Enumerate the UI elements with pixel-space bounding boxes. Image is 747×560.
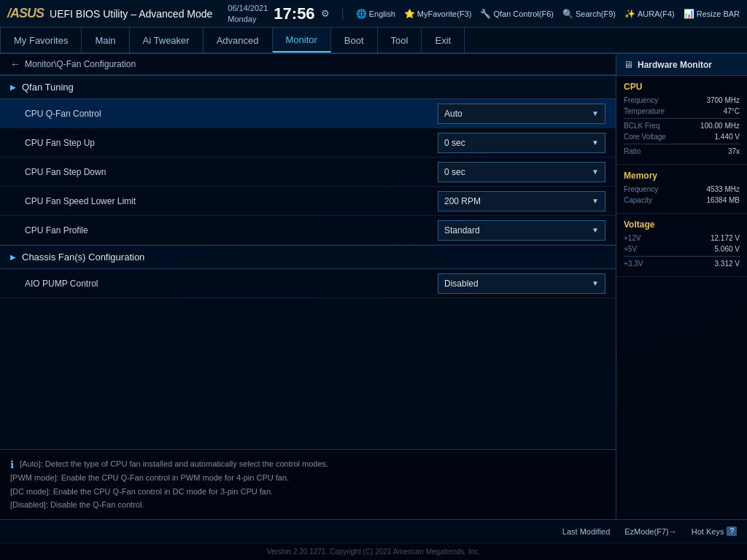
hw-33v-label: +3.3V — [624, 260, 643, 268]
breadcrumb: ← Monitor\Q-Fan Configuration — [0, 54, 616, 75]
cpu-fan-speed-lower-dropdown[interactable]: 200 RPM ▼ — [438, 191, 605, 211]
cpu-fan-step-down-value: 0 sec ▼ — [438, 162, 605, 182]
hw-voltage-title: Voltage — [624, 219, 740, 230]
hw-12v-label: +12V — [624, 234, 641, 242]
cpu-fan-step-down-dropdown[interactable]: 0 sec ▼ — [438, 162, 605, 182]
header-time: 17:56 — [274, 4, 314, 23]
hw-bclk-label: BCLK Freq — [624, 122, 659, 130]
hw-voltage-section: Voltage +12V 12.172 V +5V 5.060 V +3.3V … — [616, 214, 747, 277]
hw-mem-freq-label: Frequency — [624, 185, 658, 193]
cpu-fan-profile-label: CPU Fan Profile — [10, 225, 438, 236]
nav-advanced[interactable]: Advanced — [204, 28, 273, 52]
hw-monitor-header: 🖥 Hardware Monitor — [616, 54, 747, 76]
hw-freq-value: 3700 MHz — [706, 96, 740, 104]
cpu-qfan-control-dropdown[interactable]: Auto ▼ — [438, 104, 605, 124]
nav-boot[interactable]: Boot — [331, 28, 378, 52]
nav-tool[interactable]: Tool — [378, 28, 422, 52]
globe-icon: 🌐 — [356, 9, 367, 19]
hw-mem-freq-value: 4533 MHz — [706, 185, 740, 193]
nav-bar: My Favorites Main Ai Tweaker Advanced Mo… — [0, 28, 747, 54]
hot-keys-key: ? — [727, 526, 737, 536]
cpu-fan-speed-lower-row[interactable]: CPU Fan Speed Lower Limit 200 RPM ▼ — [0, 187, 616, 216]
hw-bclk-value: 100.00 MHz — [700, 122, 740, 130]
qfan-control-button[interactable]: 🔧 Qfan Control(F6) — [480, 9, 554, 19]
hw-mem-cap-label: Capacity — [624, 196, 652, 204]
header-info: 06/14/2021 Monday 17:56 ⚙ | 🌐 English ⭐ … — [227, 3, 740, 24]
hw-33v-value: 3.312 V — [715, 260, 740, 268]
cpu-qfan-control-row[interactable]: CPU Q-Fan Control Auto ▼ — [0, 99, 616, 128]
qfan-tuning-section[interactable]: ▶ Qfan Tuning — [0, 75, 616, 99]
cpu-fan-profile-row[interactable]: CPU Fan Profile Standard ▼ — [0, 216, 616, 245]
search-button[interactable]: 🔍 Search(F9) — [562, 9, 616, 19]
hw-corevolt-label: Core Voltage — [624, 133, 666, 141]
hot-keys-button[interactable]: Hot Keys ? — [692, 526, 737, 536]
cpu-qfan-control-label: CPU Q-Fan Control — [10, 109, 438, 119]
hw-temp-label: Temperature — [624, 107, 665, 115]
settings-icon[interactable]: ⚙ — [321, 8, 330, 19]
aura-button[interactable]: ✨ AURA(F4) — [624, 9, 675, 19]
dropdown-arrow-icon: ▼ — [592, 139, 599, 147]
aio-pump-control-row[interactable]: AIO PUMP Control Disabled ▼ — [0, 269, 616, 298]
resize-bar-button[interactable]: 📊 Resize BAR — [684, 9, 740, 19]
last-modified-button[interactable]: Last Modified — [562, 527, 610, 536]
hw-row: Frequency 4533 MHz — [624, 185, 740, 193]
hw-cpu-section: CPU Frequency 3700 MHz Temperature 47°C … — [616, 76, 747, 165]
info-icon: ℹ — [10, 459, 14, 470]
info-text: [Auto]: Detect the type of CPU fan insta… — [10, 457, 605, 512]
ez-mode-button[interactable]: EzMode(F7)→ — [624, 527, 677, 536]
breadcrumb-text: Monitor\Q-Fan Configuration — [25, 59, 136, 69]
hw-5v-value: 5.060 V — [715, 245, 740, 253]
hw-5v-label: +5V — [624, 245, 637, 253]
nav-main[interactable]: Main — [82, 28, 129, 52]
chassis-fan-label: Chassis Fan(s) Configuration — [22, 252, 144, 262]
cpu-fan-profile-value: Standard ▼ — [438, 220, 605, 241]
hw-row: BCLK Freq 100.00 MHz — [624, 122, 740, 130]
hw-12v-value: 12.172 V — [711, 234, 740, 242]
hw-row: +12V 12.172 V — [624, 234, 740, 242]
info-section: ℹ [Auto]: Detect the type of CPU fan ins… — [0, 449, 616, 519]
hw-corevolt-value: 1.440 V — [715, 133, 740, 141]
my-favorite-button[interactable]: ⭐ MyFavorite(F3) — [404, 9, 472, 19]
header-date: 06/14/2021 Monday — [228, 3, 268, 24]
qfan-tuning-label: Qfan Tuning — [22, 82, 74, 93]
aio-pump-control-label: AIO PUMP Control — [10, 279, 438, 289]
hw-memory-title: Memory — [624, 171, 740, 181]
fan-icon: 🔧 — [480, 9, 491, 19]
language-button[interactable]: 🌐 English — [356, 9, 395, 19]
cpu-fan-step-up-label: CPU Fan Step Up — [10, 138, 438, 148]
hw-row: Temperature 47°C — [624, 107, 740, 115]
dropdown-arrow-icon: ▼ — [592, 279, 599, 287]
hw-row: Core Voltage 1.440 V — [624, 133, 740, 141]
cpu-fan-step-down-label: CPU Fan Step Down — [10, 167, 438, 177]
aura-icon: ✨ — [624, 9, 635, 19]
dropdown-arrow-icon: ▼ — [592, 226, 599, 234]
nav-monitor[interactable]: Monitor — [273, 28, 331, 52]
copyright-text: Version 2.20.1271. Copyright (C) 2021 Am… — [267, 548, 480, 556]
breadcrumb-back-button[interactable]: ← — [10, 58, 20, 70]
hw-memory-section: Memory Frequency 4533 MHz Capacity 16384… — [616, 165, 747, 214]
search-icon: 🔍 — [562, 9, 573, 19]
cpu-fan-step-up-row[interactable]: CPU Fan Step Up 0 sec ▼ — [0, 128, 616, 158]
cpu-fan-profile-dropdown[interactable]: Standard ▼ — [438, 220, 605, 241]
hw-row: +3.3V 3.312 V — [624, 260, 740, 268]
dropdown-arrow-icon: ▼ — [592, 168, 599, 176]
aio-pump-control-dropdown[interactable]: Disabled ▼ — [438, 273, 605, 294]
hw-ratio-label: Ratio — [624, 147, 640, 155]
nav-exit[interactable]: Exit — [422, 28, 465, 52]
nav-my-favorites[interactable]: My Favorites — [0, 28, 82, 52]
right-panel: 🖥 Hardware Monitor CPU Frequency 3700 MH… — [616, 54, 747, 519]
cpu-fan-step-up-dropdown[interactable]: 0 sec ▼ — [438, 133, 605, 153]
cpu-fan-speed-lower-value: 200 RPM ▼ — [438, 191, 605, 211]
nav-ai-tweaker[interactable]: Ai Tweaker — [130, 28, 204, 52]
star-icon: ⭐ — [404, 9, 415, 19]
hw-monitor-title: Hardware Monitor — [638, 60, 712, 70]
header: /ASUS UEFI BIOS Utility – Advanced Mode … — [0, 0, 747, 28]
dropdown-arrow-icon: ▼ — [592, 109, 599, 117]
config-area: ▶ Qfan Tuning CPU Q-Fan Control Auto ▼ — [0, 75, 616, 449]
cpu-fan-step-up-value: 0 sec ▼ — [438, 133, 605, 153]
hw-mem-cap-value: 16384 MB — [706, 196, 740, 204]
hw-freq-label: Frequency — [624, 96, 658, 104]
chassis-fan-section[interactable]: ▶ Chassis Fan(s) Configuration — [0, 245, 616, 269]
aio-pump-control-value: Disabled ▼ — [438, 273, 605, 294]
cpu-fan-step-down-row[interactable]: CPU Fan Step Down 0 sec ▼ — [0, 158, 616, 187]
